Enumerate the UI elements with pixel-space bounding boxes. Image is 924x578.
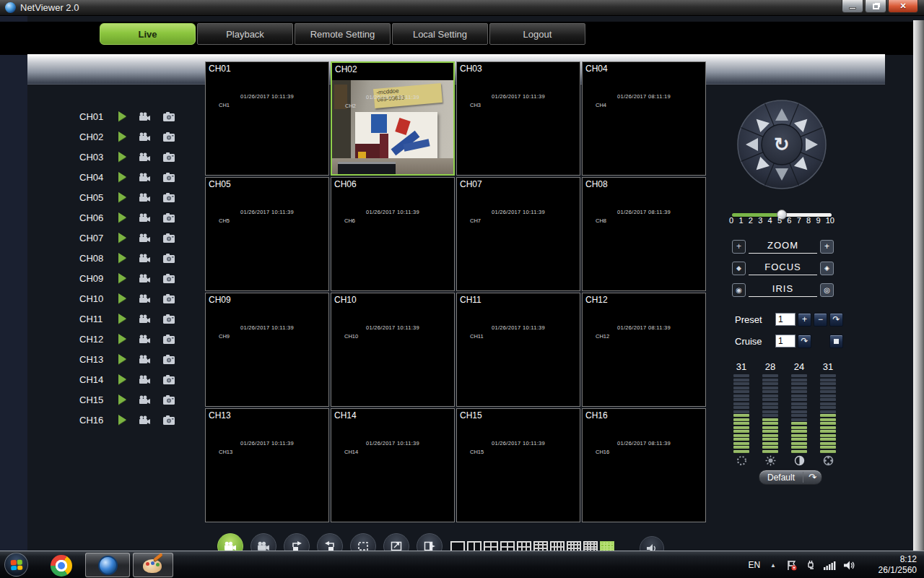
play-icon[interactable] <box>118 273 126 283</box>
record-icon[interactable] <box>139 112 151 121</box>
preset-input[interactable] <box>775 313 796 326</box>
record-icon[interactable] <box>139 355 151 364</box>
video-tile[interactable]: CH04 -mcddoe 089-93633 01/26/2017 08:11:… <box>582 61 706 176</box>
play-icon[interactable] <box>118 415 126 425</box>
play-icon[interactable] <box>118 314 126 324</box>
play-icon[interactable] <box>118 152 126 162</box>
video-tile[interactable]: CH13 -mcddoe 089-93633 01/26/2017 10:11:… <box>205 408 329 522</box>
snapshot-icon[interactable] <box>163 294 175 303</box>
snapshot-icon[interactable] <box>163 173 175 182</box>
video-tile[interactable]: CH05 -mcddoe 089-93633 01/26/2017 10:11:… <box>205 177 329 291</box>
action-center-icon[interactable] <box>786 560 798 571</box>
snapshot-icon[interactable] <box>163 355 175 364</box>
tab-playback[interactable]: Playback <box>197 23 293 45</box>
record-icon[interactable] <box>139 274 151 283</box>
tab-logout[interactable]: Logout <box>489 23 585 45</box>
meter-bar[interactable] <box>791 374 807 453</box>
record-icon[interactable] <box>139 415 151 425</box>
record-icon[interactable] <box>139 193 151 202</box>
video-tile[interactable]: CH07 -mcddoe 089-93633 01/26/2017 10:11:… <box>456 177 580 291</box>
power-icon[interactable] <box>806 560 816 571</box>
play-icon[interactable] <box>118 131 126 142</box>
play-icon[interactable] <box>118 374 126 384</box>
record-icon[interactable] <box>139 395 151 405</box>
chrome-icon[interactable] <box>51 555 72 577</box>
play-icon[interactable] <box>118 212 126 223</box>
video-tile[interactable]: CH06 -mcddoe 089-93633 01/26/2017 10:11:… <box>331 177 455 291</box>
default-button[interactable]: Default ↷ <box>759 470 822 485</box>
snapshot-icon[interactable] <box>163 274 175 283</box>
restore-button[interactable] <box>865 0 886 13</box>
video-tile[interactable]: CH14 -mcddoe 089-93633 01/26/2017 10:11:… <box>331 408 455 522</box>
cruise-input[interactable] <box>775 335 796 348</box>
clock[interactable]: 8:12 26/1/2560 <box>866 554 917 576</box>
preset-goto-button[interactable]: ↷ <box>829 313 843 327</box>
snapshot-icon[interactable] <box>163 213 175 223</box>
snapshot-icon[interactable] <box>163 375 175 384</box>
tray-volume-icon[interactable] <box>844 561 855 570</box>
play-icon[interactable] <box>118 253 126 263</box>
focus-near-icon[interactable]: ◆ <box>732 262 746 275</box>
language-indicator[interactable]: EN <box>748 560 760 570</box>
snapshot-icon[interactable] <box>163 132 175 142</box>
play-icon[interactable] <box>118 233 126 243</box>
preset-add-button[interactable]: + <box>798 313 811 327</box>
snapshot-icon[interactable] <box>163 254 175 263</box>
network-icon[interactable] <box>824 561 836 570</box>
minimize-button[interactable] <box>842 0 863 13</box>
focus-far-icon[interactable]: ◈ <box>820 262 834 275</box>
cruise-stop-button[interactable] <box>829 335 843 348</box>
snapshot-icon[interactable] <box>163 193 175 202</box>
zoom-out-icon[interactable]: + <box>732 240 746 254</box>
video-tile[interactable]: CH03 -mcddoe 089-93633 01/26/2017 10:11:… <box>456 61 580 176</box>
iris-close-icon[interactable]: ◉ <box>732 283 746 297</box>
meter-bar[interactable] <box>762 374 778 453</box>
record-icon[interactable] <box>139 132 151 142</box>
record-icon[interactable] <box>139 314 151 324</box>
play-icon[interactable] <box>118 354 126 364</box>
record-icon[interactable] <box>139 254 151 263</box>
tab-live[interactable]: Live <box>100 23 196 45</box>
snapshot-icon[interactable] <box>163 314 175 324</box>
play-icon[interactable] <box>118 293 126 303</box>
record-icon[interactable] <box>139 335 151 344</box>
snapshot-icon[interactable] <box>163 112 175 121</box>
close-button[interactable]: ✕ <box>888 0 918 13</box>
record-icon[interactable] <box>139 375 151 384</box>
video-tile[interactable]: CH16 -mcddoe 089-93633 01/26/2017 08:11:… <box>582 408 706 522</box>
video-tile[interactable]: CH01 -mcddoe 089-93633 01/26/2017 10:11:… <box>205 61 329 176</box>
iris-open-icon[interactable]: ◎ <box>820 283 834 297</box>
tab-local-setting[interactable]: Local Setting <box>392 23 488 45</box>
video-tile[interactable]: CH12 -mcddoe 089-93633 01/26/2017 08:11:… <box>582 293 706 407</box>
play-icon[interactable] <box>118 111 126 121</box>
zoom-in-icon[interactable]: + <box>820 240 834 254</box>
snapshot-icon[interactable] <box>163 335 175 344</box>
snapshot-icon[interactable] <box>163 415 175 425</box>
meter-bar[interactable] <box>820 374 836 453</box>
video-tile[interactable]: CH02 -mcddoe 089-93633 01/26/2017 10:11:… <box>331 61 455 176</box>
start-button[interactable] <box>4 553 28 577</box>
paint-task-button[interactable] <box>133 553 173 577</box>
record-icon[interactable] <box>139 152 151 162</box>
snapshot-icon[interactable] <box>163 395 175 405</box>
snapshot-icon[interactable] <box>163 233 175 243</box>
play-icon[interactable] <box>118 192 126 202</box>
netviewer-task-button[interactable] <box>85 553 130 577</box>
show-hidden-icons[interactable]: ▲ <box>770 562 776 569</box>
snapshot-icon[interactable] <box>163 152 175 162</box>
record-icon[interactable] <box>139 173 151 182</box>
video-tile[interactable]: CH09 -mcddoe 089-93633 01/26/2017 10:11:… <box>205 293 329 407</box>
ptz-direction-pad[interactable] <box>736 98 828 191</box>
play-icon[interactable] <box>118 172 126 182</box>
video-tile[interactable]: CH08 -mcddoe 089-93633 01/26/2017 08:11:… <box>582 177 706 291</box>
play-icon[interactable] <box>118 334 126 344</box>
video-tile[interactable]: CH11 -mcddoe 089-93633 01/26/2017 10:11:… <box>456 293 580 407</box>
title-bar[interactable]: NetViewer 2.0 ✕ <box>0 0 924 16</box>
preset-remove-button[interactable]: − <box>814 313 827 327</box>
play-icon[interactable] <box>118 394 126 405</box>
video-tile[interactable]: CH15 -mcddoe 089-93633 01/26/2017 10:11:… <box>456 408 580 522</box>
record-icon[interactable] <box>139 213 151 223</box>
record-icon[interactable] <box>139 233 151 243</box>
tab-remote-setting[interactable]: Remote Setting <box>295 23 391 45</box>
record-icon[interactable] <box>139 294 151 303</box>
